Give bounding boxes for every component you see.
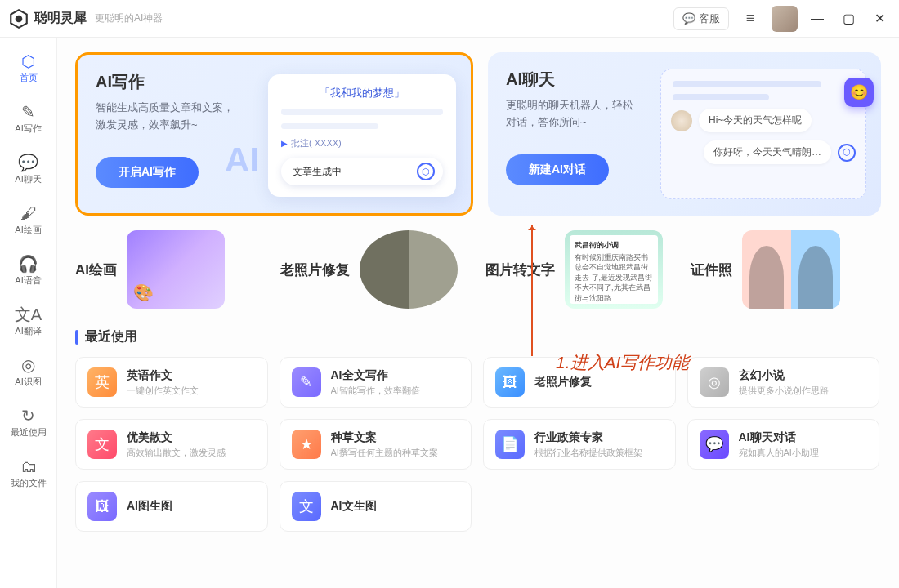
sidebar-item-label: 我的文件: [11, 477, 47, 489]
feature-title: 图片转文字: [485, 261, 555, 279]
sidebar: ⬡首页✎AI写作💬AI聊天🖌AI绘画🎧AI语音文AAI翻译◎AI识图↻最近使用🗂…: [0, 38, 57, 588]
tool-item[interactable]: 💬AI聊天对话宛如真人的AI小助理: [687, 419, 880, 470]
files-icon: 🗂: [20, 457, 37, 475]
feature-image: [127, 230, 225, 309]
tool-subtitle: 高效输出散文，激发灵感: [127, 447, 226, 459]
voice-icon: 🎧: [18, 255, 38, 273]
sidebar-item-voice[interactable]: 🎧AI语音: [4, 248, 53, 292]
tool-title: AI聊天对话: [739, 430, 819, 445]
window-close[interactable]: ✕: [868, 7, 891, 30]
avatar[interactable]: [772, 6, 798, 32]
paint-icon: 🖌: [20, 204, 37, 222]
home-icon: ⬡: [21, 52, 35, 70]
hexagon-icon: ⬡: [417, 163, 435, 180]
sidebar-item-chat[interactable]: 💬AI聊天: [4, 147, 53, 191]
tool-subtitle: 根据行业名称提供政策框架: [534, 447, 642, 459]
tool-subtitle: 宛如真人的AI小助理: [739, 447, 819, 459]
sidebar-item-label: AI聊天: [15, 173, 41, 185]
tool-item[interactable]: 📄行业政策专家根据行业名称提供政策框架: [483, 419, 676, 470]
tool-icon: ✎: [292, 368, 321, 397]
tool-title: AI全文写作: [331, 368, 420, 383]
translate-icon: 文A: [15, 305, 42, 323]
tool-subtitle: 一键创作英文作文: [127, 385, 199, 397]
hero-ai-chat[interactable]: AI聊天 更聪明的聊天机器人，轻松对话，答你所问~ 新建AI对话 😊 Hi~今天…: [488, 52, 881, 216]
tool-item[interactable]: ✎AI全文写作AI智能写作，效率翻倍: [280, 357, 472, 408]
write-icon: ✎: [21, 103, 35, 121]
section-head-recent: 最近使用: [75, 328, 881, 345]
tool-item[interactable]: 文优美散文高效输出散文，激发灵感: [75, 419, 268, 470]
tool-item[interactable]: 🖼AI图生图: [75, 481, 268, 532]
sidebar-item-label: 首页: [20, 72, 38, 84]
tool-item[interactable]: ★种草文案AI撰写任何主题的种草文案: [280, 419, 472, 470]
app-name: 聪明灵犀: [34, 10, 87, 27]
new-ai-chat-button[interactable]: 新建AI对话: [506, 154, 609, 185]
feature-image: [742, 230, 840, 309]
start-ai-write-button[interactable]: 开启AI写作: [96, 157, 199, 188]
hexagon-icon: ⬡: [838, 144, 856, 162]
tool-title: 种草文案: [331, 430, 438, 445]
sidebar-item-recent[interactable]: ↻最近使用: [4, 400, 53, 444]
chat-preview-panel: 😊 Hi~今天的天气怎样呢 你好呀，今天天气晴朗…⬡: [660, 69, 866, 199]
feature-title: AI绘画: [75, 261, 117, 279]
feature-title: 老照片修复: [280, 261, 350, 279]
tool-item[interactable]: 🖼老照片修复: [483, 357, 676, 408]
tool-icon: 🖼: [495, 368, 525, 397]
tool-icon: ★: [292, 430, 321, 459]
sidebar-item-label: AI绘画: [15, 224, 41, 236]
feature-image: 武昌街的小调有时候别重庆南路买书总会不自觉地跟武昌街走去 了,最近发现武昌街不大…: [565, 230, 663, 309]
feature-title: 证件照: [691, 261, 732, 279]
tool-item[interactable]: 文AI文生图: [280, 481, 472, 532]
svg-point-1: [16, 16, 22, 21]
tool-icon: 🖼: [87, 492, 117, 521]
menu-button[interactable]: ≡: [737, 6, 763, 32]
sidebar-item-files[interactable]: 🗂我的文件: [4, 451, 53, 495]
sidebar-item-home[interactable]: ⬡首页: [4, 46, 53, 90]
tool-title: 玄幻小说: [739, 368, 829, 383]
chat-bubble-icon: 💬: [682, 12, 695, 24]
tool-title: 英语作文: [127, 368, 199, 383]
sidebar-item-translate[interactable]: 文AAI翻译: [4, 299, 53, 343]
recent-title: 最近使用: [85, 328, 137, 345]
window-maximize[interactable]: ▢: [837, 7, 860, 30]
window-minimize[interactable]: —: [806, 7, 829, 30]
tool-icon: 英: [87, 368, 117, 397]
preview-doc-title: 「我和我的梦想」: [281, 86, 443, 100]
feature-card-2[interactable]: 图片转文字武昌街的小调有时候别重庆南路买书总会不自觉地跟武昌街走去 了,最近发现…: [485, 230, 676, 309]
tool-subtitle: 提供更多小说创作思路: [739, 385, 829, 397]
tool-subtitle: AI撰写任何主题的种草文案: [331, 447, 438, 459]
app-logo-icon: [8, 8, 29, 29]
feature-card-3[interactable]: 证件照: [691, 230, 881, 309]
tools-grid: 英英语作文一键创作英文作文✎AI全文写作AI智能写作，效率翻倍🖼老照片修复◎玄幻…: [75, 357, 881, 532]
support-label: 客服: [699, 11, 720, 26]
feature-card-1[interactable]: 老照片修复: [280, 230, 471, 309]
tool-title: 行业政策专家: [534, 430, 642, 445]
tool-icon: 📄: [495, 430, 525, 459]
tool-title: 老照片修复: [534, 375, 592, 390]
tool-title: AI文生图: [331, 499, 377, 514]
tool-title: 优美散文: [127, 430, 226, 445]
feature-card-0[interactable]: AI绘画: [75, 230, 266, 309]
recent-icon: ↻: [21, 407, 35, 425]
sidebar-item-vision[interactable]: ◎AI识图: [4, 350, 53, 394]
write-preview-panel: 「我和我的梦想」 批注( XXXX) 文章生成中 ⬡: [268, 74, 456, 197]
chat-avatar-icon: [671, 110, 692, 131]
hero-ai-write[interactable]: AI写作 智能生成高质量文章和文案，激发灵感，效率飙升~ 开启AI写作 AI 「…: [75, 52, 473, 216]
hero-write-desc: 智能生成高质量文章和文案，激发灵感，效率飙升~: [96, 100, 292, 134]
app-subtitle: 更聪明的AI神器: [95, 11, 163, 25]
tool-item[interactable]: 英英语作文一键创作英文作文: [75, 357, 268, 408]
sidebar-item-paint[interactable]: 🖌AI绘画: [4, 198, 53, 242]
chat-msg-2: 你好呀，今天天气晴朗…: [704, 140, 831, 164]
support-button[interactable]: 💬 客服: [673, 7, 729, 30]
ai-ghost-icon: AI: [225, 140, 259, 180]
main-content: AI写作 智能生成高质量文章和文案，激发灵感，效率飙升~ 开启AI写作 AI 「…: [57, 38, 899, 588]
sidebar-item-label: AI识图: [15, 376, 41, 388]
tool-icon: ◎: [700, 368, 729, 397]
sidebar-item-label: 最近使用: [11, 426, 47, 439]
tool-item[interactable]: ◎玄幻小说提供更多小说创作思路: [687, 357, 880, 408]
tool-icon: 文: [87, 430, 117, 459]
sidebar-item-write[interactable]: ✎AI写作: [4, 96, 53, 140]
chat-icon: 😊: [844, 78, 874, 107]
preview-status: 文章生成中 ⬡: [281, 158, 443, 185]
vision-icon: ◎: [21, 356, 35, 374]
tool-title: AI图生图: [127, 499, 172, 514]
